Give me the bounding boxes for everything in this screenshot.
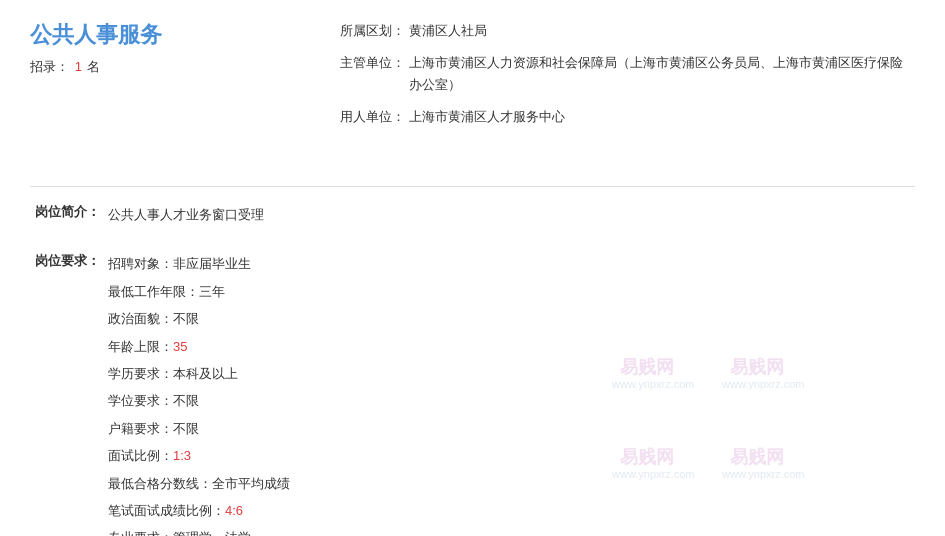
req-line-5: 学位要求：不限 xyxy=(108,389,915,412)
position-requirements-row: 岗位要求： 招聘对象：非应届毕业生 最低工作年限：三年 政治面貌：不限 年龄上限… xyxy=(30,252,915,536)
position-requirements-label: 岗位要求： xyxy=(30,252,100,270)
req-line-1: 最低工作年限：三年 xyxy=(108,280,915,303)
req-line-6: 户籍要求：不限 xyxy=(108,417,915,440)
divider-main xyxy=(30,186,915,187)
position-intro-content: 公共人事人才业务窗口受理 xyxy=(108,203,915,230)
req-line-3: 年龄上限：35 xyxy=(108,335,915,358)
interview-ratio-value: 1:3 xyxy=(173,448,191,463)
unit-value: 上海市黄浦区人才服务中心 xyxy=(409,106,915,128)
req-line-9: 笔试面试成绩比例：4:6 xyxy=(108,499,915,522)
supervisor-value: 上海市黄浦区人力资源和社会保障局（上海市黄浦区公务员局、上海市黄浦区医疗保险办公… xyxy=(409,52,915,96)
recruit-label: 招录： xyxy=(30,59,69,74)
info-row-unit: 用人单位： 上海市黄浦区人才服务中心 xyxy=(340,106,915,128)
recruit-count: 1 xyxy=(75,59,82,74)
score-ratio-value: 4:6 xyxy=(225,503,243,518)
unit-label: 用人单位： xyxy=(340,106,405,128)
position-requirements-content: 招聘对象：非应届毕业生 最低工作年限：三年 政治面貌：不限 年龄上限：35 学历… xyxy=(108,252,915,536)
district-value: 黄浦区人社局 xyxy=(409,20,915,42)
req-line-10: 专业要求：管理学、法学 xyxy=(108,526,915,536)
req-line-8: 最低合格分数线：全市平均成绩 xyxy=(108,472,915,495)
req-line-4: 学历要求：本科及以上 xyxy=(108,362,915,385)
req-line-7: 面试比例：1:3 xyxy=(108,444,915,467)
position-intro-value: 公共人事人才业务窗口受理 xyxy=(108,203,915,226)
supervisor-label: 主管单位： xyxy=(340,52,405,74)
recruit-unit: 名 xyxy=(87,59,100,74)
position-intro-label: 岗位简介： xyxy=(30,203,100,221)
position-intro-row: 岗位简介： 公共人事人才业务窗口受理 xyxy=(30,203,915,230)
req-line-0: 招聘对象：非应届毕业生 xyxy=(108,252,915,275)
info-row-supervisor: 主管单位： 上海市黄浦区人力资源和社会保障局（上海市黄浦区公务员局、上海市黄浦区… xyxy=(340,52,915,96)
info-row-district: 所属区划： 黄浦区人社局 xyxy=(340,20,915,42)
detail-section: 岗位简介： 公共人事人才业务窗口受理 岗位要求： 招聘对象：非应届毕业生 最低工… xyxy=(30,203,915,536)
district-label: 所属区划： xyxy=(340,20,405,42)
age-limit-value: 35 xyxy=(173,339,187,354)
req-line-2: 政治面貌：不限 xyxy=(108,307,915,330)
top-right-info: 所属区划： 黄浦区人社局 主管单位： 上海市黄浦区人力资源和社会保障局（上海市黄… xyxy=(340,20,915,138)
